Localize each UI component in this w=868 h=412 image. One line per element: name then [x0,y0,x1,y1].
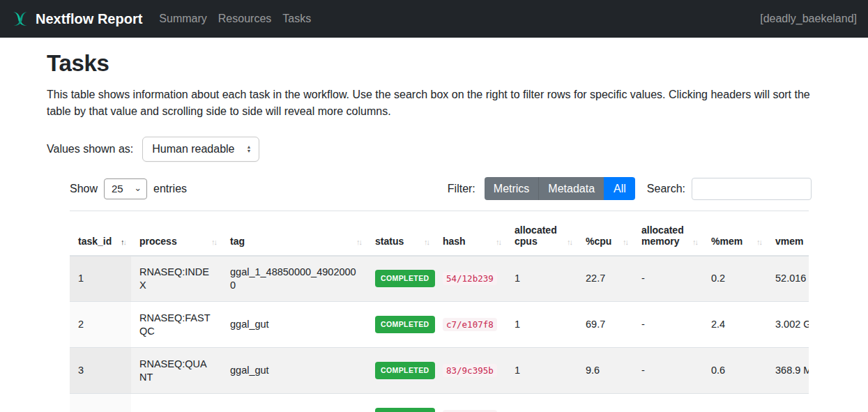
filter-search-controls: Filter: Metrics Metadata All Search: [448,177,812,200]
cell-process: MULTIQC [131,394,222,412]
cell-process: RNASEQ:INDEX [131,256,222,302]
cell-process: RNASEQ:QUANT [131,348,222,394]
nav-item-tasks[interactable]: Tasks [277,7,317,31]
hash-code: 83/9c395b [443,364,497,377]
values-shown-label: Values shown as: [47,143,133,155]
search-label: Search: [647,183,685,195]
cell-tag: ggal_gut [222,302,367,348]
entries-value: 25 [112,183,123,194]
chevron-down-icon: ⌄ [134,183,142,193]
cell-hash: 83/9c395b [434,348,506,394]
cell-allocated-memory: - [633,302,703,348]
cell-pct-mem: 1.4 [703,394,767,412]
cell-allocated-cpus: 1 [506,256,577,302]
cell-pct-cpu: 9.6 [577,348,633,394]
sort-icon: ↑↓ [496,238,501,246]
column-label: status [375,236,404,247]
cell-vmem: 571.58 MB [767,394,809,412]
cell-status: COMPLETED [367,348,434,394]
cell-hash: c7/e107f8 [434,302,506,348]
sort-icon: ↑↓ [756,238,761,246]
table-row: 4 MULTIQC - COMPLETED 94/c235e1 1 42.8 -… [70,394,809,412]
nextflow-logo-icon [11,10,29,28]
cell-pct-mem: 0.2 [703,256,767,302]
hash-code: 54/12b239 [443,272,497,285]
cell-status: COMPLETED [367,302,434,348]
column-label: %mem [711,236,743,247]
column-label: hash [443,236,466,247]
search-input[interactable] [692,178,812,200]
table-row: 3 RNASEQ:QUANT ggal_gut COMPLETED 83/9c3… [70,348,809,394]
page-title: Tasks [47,50,868,77]
cell-allocated-memory: - [633,394,703,412]
header-row: task_id ↑↓ process ↑↓ tag ↑↓ status [70,211,809,256]
values-shown-select[interactable]: Human readable ▲ ▼ [142,137,259,162]
cell-task-id: 2 [70,302,131,348]
column-header-process[interactable]: process ↑↓ [131,211,222,256]
cell-hash: 94/c235e1 [434,394,506,412]
cell-vmem: 368.9 MB [767,348,809,394]
nav-item-summary[interactable]: Summary [153,7,212,31]
table-row: 2 RNASEQ:FASTQC ggal_gut COMPLETED c7/e1… [70,302,809,348]
cell-pct-mem: 0.6 [703,348,767,394]
nav-links: Summary Resources Tasks [153,7,317,31]
cell-tag: ggal_gut [222,348,367,394]
cell-vmem: 52.016 MB [767,256,809,302]
filter-label: Filter: [448,183,475,195]
column-header-allocated-cpus[interactable]: allocated cpus ↑↓ [506,211,577,256]
status-badge: COMPLETED [375,316,435,333]
values-shown-selected: Human readable [152,143,234,155]
column-header-tag[interactable]: tag ↑↓ [222,211,367,256]
column-header-task-id[interactable]: task_id ↑↓ [70,211,131,256]
column-header-hash[interactable]: hash ↑↓ [434,211,506,256]
column-header-status[interactable]: status ↑↓ [367,211,434,256]
brand[interactable]: Nextflow Report [11,10,142,28]
cell-allocated-cpus: 1 [506,394,577,412]
column-header-vmem[interactable]: vmem ↑↓ [767,211,809,256]
select-arrows-icon: ▲ ▼ [247,145,252,153]
column-label: task_id [78,236,112,247]
sort-icon: ↑↓ [211,238,216,246]
status-badge: COMPLETED [375,270,435,287]
sort-icon: ↑↓ [424,238,429,246]
values-shown-row: Values shown as: Human readable ▲ ▼ [47,137,868,162]
status-badge: COMPLETED [375,362,435,379]
column-label: %cpu [586,236,611,247]
sort-icon: ↑↓ [692,238,697,246]
filter-metrics-button[interactable]: Metrics [485,177,539,200]
nav-item-resources[interactable]: Resources [213,7,277,31]
column-header-pct-cpu[interactable]: %cpu ↑↓ [577,211,633,256]
filter-metadata-button[interactable]: Metadata [538,177,604,200]
main-content: Tasks This table shows information about… [0,38,868,412]
column-label: allocated memory [641,224,684,247]
cell-vmem: 3.002 GB [767,302,809,348]
column-header-pct-mem[interactable]: %mem ↑↓ [703,211,767,256]
sort-icon: ↑↓ [623,238,627,246]
column-label: tag [230,236,245,247]
cell-allocated-cpus: 1 [506,302,577,348]
filter-all-button[interactable]: All [604,177,635,200]
table-row: 1 RNASEQ:INDEX ggal_1_48850000_49020000 … [70,256,809,302]
column-header-allocated-memory[interactable]: allocated memory ↑↓ [633,211,703,256]
cell-pct-cpu: 42.8 [577,394,633,412]
filter-button-group: Metrics Metadata All [485,177,635,200]
cell-task-id: 1 [70,256,131,302]
brand-title: Nextflow Report [36,11,142,27]
cell-task-id: 4 [70,394,131,412]
cell-allocated-cpus: 1 [506,348,577,394]
cell-status: COMPLETED [367,394,434,412]
run-name: [deadly_baekeland] [760,13,857,25]
cell-pct-mem: 2.4 [703,302,767,348]
entries-select[interactable]: 25 ⌄ [104,178,147,199]
cell-tag: ggal_1_48850000_49020000 [222,256,367,302]
status-badge: COMPLETED [375,408,435,412]
column-label: process [139,236,177,247]
column-label: allocated cpus [515,224,557,247]
entries-label: entries [153,183,187,195]
table-scroll-container[interactable]: task_id ↑↓ process ↑↓ tag ↑↓ status [70,211,809,412]
top-navbar: Nextflow Report Summary Resources Tasks … [0,0,868,38]
show-entries: Show 25 ⌄ entries [70,178,187,199]
column-label: vmem [775,236,803,247]
show-label: Show [70,183,98,195]
page-description: This table shows information about each … [47,86,814,120]
